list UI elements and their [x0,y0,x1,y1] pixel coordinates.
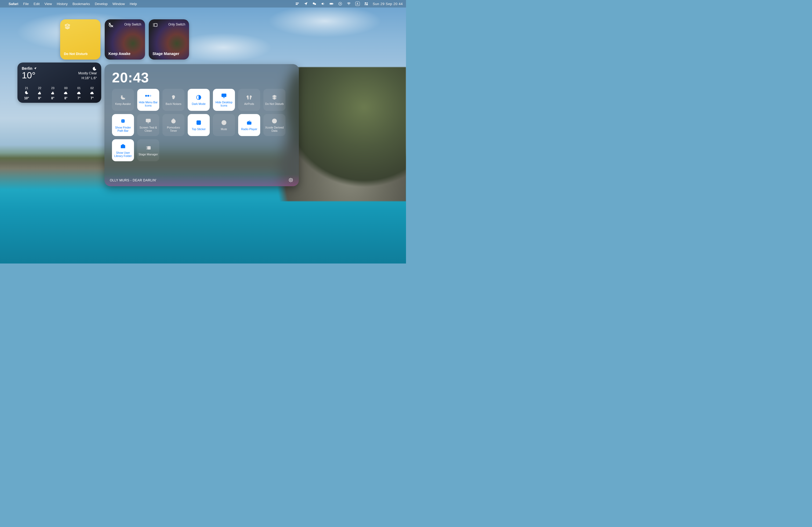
tile-label: Hide Menu Bar Icons [138,101,158,107]
menu-window[interactable]: Window [113,2,125,6]
forecast-hour: 2110° [21,86,32,100]
app-menu[interactable]: Safari [9,2,18,6]
svg-rect-52 [147,146,150,149]
svg-point-25 [147,95,149,96]
location-icon[interactable] [304,2,308,6]
menubar-clock[interactable]: Sun 29 Sep 20 44 [373,2,403,6]
svg-rect-11 [366,4,368,5]
forecast-hour: 017° [74,86,84,100]
svg-rect-5 [330,3,333,4]
tile-top-sticker[interactable]: Top Sticker [188,114,210,136]
now-playing-label: OLLY MURS - DEAR DARLIN' [110,178,157,182]
svg-point-41 [199,122,200,123]
tile-screen-test-clean[interactable]: Screen Test & Clean [137,114,159,136]
no-sleep-icon [120,94,126,101]
svg-point-56 [289,178,292,182]
tile-pomodoro-timer[interactable]: Pomodoro Timer [162,114,185,136]
radio-icon [246,119,252,126]
wechat-icon[interactable] [312,2,317,6]
path-icon [120,118,126,124]
tile-label: Pomodoro Timer [163,126,184,132]
widget-label: Keep Awake [108,51,130,56]
layers-icon [272,94,277,101]
svg-rect-28 [222,94,226,97]
svg-point-36 [172,119,176,123]
tile-show-user-library[interactable]: Show User Library Folder [112,139,134,161]
mute-icon [221,119,227,126]
widget-label: Do Not Disturb [64,52,88,56]
stage-icon [145,145,151,151]
hammer-icon [272,118,277,124]
now-playing-icon[interactable] [338,2,342,6]
stage-manager-icon [152,22,158,29]
widget-stage-manager[interactable]: Only Switch Stage Manager [149,19,189,60]
svg-rect-1 [296,4,298,5]
tile-hide-desktop-icons[interactable]: Hide Desktop Icons [213,89,235,111]
tile-xcode-derived-data[interactable]: Xcode Derived Data [263,114,286,136]
onlyswitch-panel: 20:43 Keep AwakeHide Menu Bar IconsBack … [104,64,299,186]
svg-point-40 [198,122,198,123]
wifi-icon[interactable] [347,2,351,6]
menubar-extra-icon[interactable] [295,2,300,6]
tile-mute[interactable]: Mute [213,114,235,136]
moon-icon [92,66,97,71]
svg-point-24 [145,95,147,96]
timer-icon [171,118,176,124]
tile-do-not-disturb[interactable]: Do Not Disturb [263,89,286,111]
svg-rect-32 [146,119,151,122]
control-center-icon[interactable] [364,2,368,6]
tile-label: Screen Test & Clean [138,126,158,132]
menu-file[interactable]: File [23,2,29,6]
volume-icon[interactable] [321,2,325,6]
forecast-hour: 027° [87,86,98,100]
svg-rect-39 [197,121,201,125]
tile-stage-manager[interactable]: Stage Manager [137,139,159,161]
menu-help[interactable]: Help [130,2,137,6]
tile-label: Mute [221,127,227,131]
display-icon [221,93,227,99]
tile-keep-awake[interactable]: Keep Awake [112,89,134,111]
tile-show-finder-path[interactable]: Show Finder Path Bar [112,114,134,136]
library-icon [120,143,126,149]
panel-clock: 20:43 [104,64,299,88]
panel-grid: Keep AwakeHide Menu Bar IconsBack Noises… [104,88,299,164]
input-source-icon[interactable]: A [355,2,360,6]
tile-label: Top Sticker [192,127,206,131]
widget-do-not-disturb[interactable]: Do Not Disturb [60,19,100,60]
svg-point-26 [149,95,151,96]
menu-develop[interactable]: Develop [95,2,108,6]
widget-keep-awake[interactable]: Only Switch Keep Awake [105,19,145,60]
tile-label: Show Finder Path Bar [113,126,133,132]
location-arrow-icon [33,67,37,70]
tile-radio-player[interactable]: Radio Player [238,114,260,136]
battery-icon[interactable] [330,2,334,6]
widget-weather[interactable]: Berlin 10° Mostly Clear H:16° L:6° 2110°… [17,62,101,103]
tile-hide-menubar-icons[interactable]: Hide Menu Bar Icons [137,89,159,111]
weather-condition: Mostly Clear H:16° L:6° [78,71,97,80]
svg-rect-50 [123,146,123,148]
menu-view[interactable]: View [45,2,52,6]
widget-source: Only Switch [124,22,141,26]
svg-rect-49 [122,146,122,148]
tile-label: Stage Manager [139,153,158,156]
svg-rect-9 [365,2,366,3]
svg-rect-14 [154,24,157,27]
tile-label: Xcode Derived Data [264,126,284,132]
layers-icon [64,23,71,31]
widget-source: Only Switch [168,22,185,26]
tile-dark-mode[interactable]: Dark Mode [188,89,210,111]
forecast-hour: 008° [60,86,71,100]
tile-airpods[interactable]: AirPods [238,89,260,111]
forecast-hour: 238° [47,86,58,100]
menu-history[interactable]: History [57,2,68,6]
menu-edit[interactable]: Edit [33,2,40,6]
dots-icon [144,93,152,99]
tile-back-noises[interactable]: Back Noises [162,89,185,111]
svg-point-3 [314,3,316,5]
settings-icon[interactable] [288,177,293,183]
menu-bookmarks[interactable]: Bookmarks [73,2,90,6]
tile-label: Back Noises [166,102,181,105]
svg-line-13 [109,23,113,27]
half-circle-icon [196,94,202,101]
ear-icon [171,94,176,101]
